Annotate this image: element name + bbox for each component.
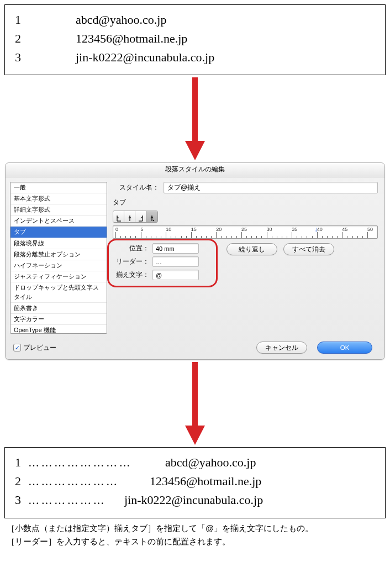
caption-line: ［リーダー］を入力すると、テキストの前に配置されます。 bbox=[7, 535, 383, 548]
category-sidebar[interactable]: 一般基本文字形式詳細文字形式インデントとスペースタブ段落境界線段落分離禁止オプシ… bbox=[10, 182, 107, 334]
sidebar-item[interactable]: 箇条書き bbox=[10, 303, 107, 314]
ruler-tick-label: 10 bbox=[166, 227, 171, 232]
ruler-tick-label: 50 bbox=[367, 227, 373, 232]
ruler-tick-label: 5 bbox=[141, 227, 144, 232]
check-icon: ✓ bbox=[13, 344, 21, 351]
leader-label: リーダー： bbox=[113, 257, 149, 266]
svg-marker-12 bbox=[185, 426, 205, 445]
svg-marker-3 bbox=[117, 216, 119, 218]
preview-checkbox[interactable]: ✓ プレビュー bbox=[13, 343, 56, 353]
sample-text: jin-k0222@incunabula.co.jp bbox=[76, 48, 214, 67]
ok-button[interactable]: OK bbox=[317, 342, 372, 354]
dialog-title: 段落スタイルの編集 bbox=[6, 163, 384, 177]
sample-num: 3 bbox=[15, 491, 28, 510]
preview-label: プレビュー bbox=[23, 343, 56, 353]
sample-text: 123456@hotmail.ne.jp bbox=[76, 29, 187, 48]
sample-row: 3 ……………… jin-k0222@incunabula.co.jp bbox=[15, 491, 375, 510]
alignchar-input[interactable] bbox=[152, 270, 199, 280]
sample-num: 2 bbox=[15, 29, 76, 48]
ruler-tick-label: 20 bbox=[216, 227, 222, 232]
ruler-tick-label: 45 bbox=[342, 227, 347, 232]
sidebar-item[interactable]: 段落分離禁止オプション bbox=[10, 249, 107, 260]
sample-after-box: 1 …………………… abcd@yahoo.co.jp 2 ………………… 12… bbox=[4, 447, 386, 518]
sample-before-box: 1 abcd@yahoo.co.jp 2 123456@hotmail.ne.j… bbox=[4, 4, 386, 75]
tab-right-align-button[interactable] bbox=[135, 211, 146, 222]
ruler-tick-label: 40 bbox=[317, 227, 323, 232]
caption: ［小数点（または指定文字）揃えタブ］を指定して「@」を揃え文字にしたもの。 ［リ… bbox=[4, 522, 386, 548]
sample-text: jin-k0222@incunabula.co.jp bbox=[124, 491, 263, 510]
sample-row: 1 abcd@yahoo.co.jp bbox=[15, 11, 375, 29]
sample-num: 1 bbox=[15, 453, 28, 472]
style-name-label: スタイル名： bbox=[113, 183, 159, 192]
leader-dots: ……………… bbox=[28, 492, 124, 509]
style-name-input[interactable] bbox=[164, 182, 378, 193]
sidebar-item[interactable]: OpenType 機能 bbox=[10, 325, 107, 334]
caption-line: ［小数点（または指定文字）揃えタブ］を指定して「@」を揃え文字にしたもの。 bbox=[7, 522, 383, 535]
ruler-tick-label: 35 bbox=[292, 227, 297, 232]
cancel-button[interactable]: キャンセル bbox=[256, 342, 307, 354]
sample-num: 3 bbox=[15, 48, 76, 67]
paragraph-style-dialog: 段落スタイルの編集 一般基本文字形式詳細文字形式インデントとスペースタブ段落境界… bbox=[5, 162, 385, 360]
sample-text: abcd@yahoo.co.jp bbox=[76, 11, 166, 29]
sidebar-item[interactable]: 基本文字形式 bbox=[10, 193, 107, 204]
sample-row: 2 ………………… 123456@hotmail.ne.jp bbox=[15, 472, 375, 491]
clear-all-button[interactable]: すべて消去 bbox=[283, 243, 334, 255]
ruler-tick-label: 30 bbox=[267, 227, 272, 232]
leader-dots: …………………… bbox=[28, 454, 165, 471]
sidebar-item[interactable]: ドロップキャップと先頭文字スタイル bbox=[10, 282, 107, 303]
section-label: タブ bbox=[113, 198, 378, 207]
position-label: 位置： bbox=[113, 244, 149, 253]
leader-dots: ………………… bbox=[28, 473, 150, 490]
tab-ruler[interactable]: ↓ 05101520253035404550 bbox=[113, 225, 378, 239]
sample-num: 1 bbox=[15, 11, 76, 29]
arrow-down-icon bbox=[4, 77, 386, 160]
sidebar-item[interactable]: 一般 bbox=[10, 182, 107, 193]
sidebar-item[interactable]: タブ bbox=[10, 227, 107, 238]
ruler-tick-label: 25 bbox=[241, 227, 247, 232]
sample-text: 123456@hotmail.ne.jp bbox=[150, 472, 261, 491]
sample-row: 2 123456@hotmail.ne.jp bbox=[15, 29, 375, 48]
tab-center-align-button[interactable] bbox=[124, 211, 135, 222]
sidebar-item[interactable]: 詳細文字形式 bbox=[10, 204, 107, 216]
svg-marker-5 bbox=[128, 216, 131, 218]
tab-left-align-button[interactable] bbox=[113, 211, 124, 222]
leader-input[interactable] bbox=[152, 256, 199, 267]
sidebar-item[interactable]: インデントとスペース bbox=[10, 216, 107, 227]
sample-row: 3 jin-k0222@incunabula.co.jp bbox=[15, 48, 375, 67]
sample-text: abcd@yahoo.co.jp bbox=[165, 453, 256, 472]
svg-marker-7 bbox=[140, 216, 143, 218]
sidebar-item[interactable]: ハイフネーション bbox=[10, 260, 107, 271]
position-input[interactable] bbox=[152, 243, 199, 254]
alignchar-label: 揃え文字： bbox=[113, 270, 149, 280]
svg-marker-1 bbox=[185, 141, 205, 160]
svg-marker-10 bbox=[150, 216, 154, 218]
svg-point-9 bbox=[153, 220, 154, 221]
sidebar-item[interactable]: 文字カラー bbox=[10, 314, 107, 325]
sample-num: 2 bbox=[15, 472, 28, 491]
repeat-button[interactable]: 繰り返し bbox=[226, 243, 277, 255]
arrow-down-icon bbox=[4, 362, 386, 445]
sidebar-item[interactable]: 段落境界線 bbox=[10, 238, 107, 249]
tab-align-buttons bbox=[113, 211, 158, 223]
tab-decimal-align-button[interactable] bbox=[146, 211, 157, 222]
sidebar-item[interactable]: ジャスティフィケーション bbox=[10, 271, 107, 282]
sample-row: 1 …………………… abcd@yahoo.co.jp bbox=[15, 453, 375, 472]
ruler-tick-label: 0 bbox=[115, 227, 118, 232]
ruler-tick-label: 15 bbox=[191, 227, 197, 232]
